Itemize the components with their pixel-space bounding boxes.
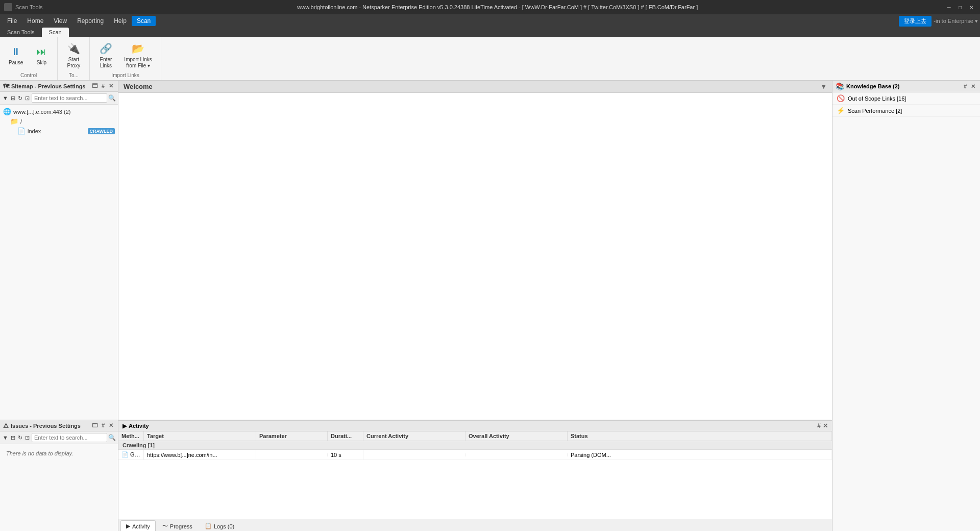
tab-activity[interactable]: ▶ Activity — [120, 520, 156, 531]
right-panel: 📚 Knowledge Base (2) # ✕ 🚫 Out of Scope … — [832, 81, 980, 531]
issues-expand-button[interactable]: ⊞ — [10, 432, 16, 443]
activity-icon: ▶ — [122, 423, 127, 429]
maximize-button[interactable]: □ — [955, 3, 965, 12]
proxy-icon: 🔌 — [66, 41, 81, 56]
skip-button[interactable]: ⏭ Skip — [30, 41, 53, 69]
pause-button[interactable]: ⏸ Pause — [4, 41, 28, 69]
menu-reporting[interactable]: Reporting — [72, 16, 109, 26]
welcome-body — [118, 93, 832, 420]
col-header-target: Target — [144, 431, 256, 441]
tab-logs[interactable]: 📋 Logs (0) — [199, 520, 240, 531]
sitemap-search-icon[interactable]: 🔍 — [108, 93, 116, 103]
cell-status: Parsing (DOM... — [568, 450, 832, 460]
welcome-header: Welcome ▼ — [118, 81, 832, 93]
enter-links-button[interactable]: 🔗 EnterLinks — [94, 39, 117, 71]
sitemap-refresh-button[interactable]: ↻ — [17, 93, 23, 103]
sitemap-filter-button[interactable]: ▼ — [2, 93, 9, 103]
ribbon-tabs: Scan Tools Scan — [0, 28, 980, 37]
activity-close-button[interactable]: ✕ — [823, 422, 828, 429]
issues-options-button[interactable]: ⊡ — [24, 432, 31, 443]
sitemap-search-input[interactable] — [32, 93, 107, 103]
welcome-collapse-button[interactable]: ▼ — [820, 83, 827, 90]
ribbon-section-proxy: 🔌 StartProxy To... — [58, 37, 90, 80]
tree-folder-label: / — [20, 118, 115, 125]
issues-search-input[interactable] — [32, 433, 107, 442]
tree-item-index[interactable]: 📄 index CRAWLED — [0, 126, 118, 136]
row-file-icon: 📄 — [121, 451, 129, 457]
sitemap-pin-button[interactable]: # — [100, 82, 106, 90]
issues-search-icon[interactable]: 🔍 — [108, 433, 116, 442]
tree-item-root[interactable]: 🌐 www.[...].e.com:443 (2) — [0, 107, 118, 116]
issues-refresh-button[interactable]: ↻ — [17, 432, 23, 443]
globe-icon: 🌐 — [3, 108, 11, 115]
menu-home[interactable]: Home — [22, 16, 48, 26]
file-icon: 📄 — [17, 127, 26, 135]
cell-parameter — [256, 453, 328, 456]
tab-progress[interactable]: 〜 Progress — [157, 520, 198, 531]
sitemap-panel-header: 🗺 Sitemap - Previous Settings 🗔 # ✕ — [0, 81, 118, 92]
kb-title-text: Knowledge Base (2) — [846, 83, 900, 89]
menu-view[interactable]: View — [48, 16, 72, 26]
issues-content: There is no data to display. — [0, 444, 118, 531]
issues-pin-button[interactable]: # — [100, 422, 106, 429]
table-header: Meth... Target Parameter Durati... Curre… — [118, 431, 832, 441]
kb-pin-button[interactable]: # — [962, 83, 968, 90]
control-label: Control — [20, 71, 37, 78]
activity-panel: ▶ Activity # ✕ Meth... Target Parameter … — [118, 420, 832, 531]
kb-scan-performance-label: Scan Performance [2] — [848, 108, 902, 114]
minimize-button[interactable]: ─ — [944, 3, 953, 12]
sitemap-restore-button[interactable]: 🗔 — [90, 82, 99, 90]
main-content: Welcome ▼ ▶ Activity # ✕ Meth... Target … — [118, 81, 832, 531]
col-header-status: Status — [568, 431, 832, 441]
table-row[interactable]: 📄 GET https://www.b[...]ne.com/in... 10 … — [118, 450, 832, 460]
activity-tab-label: Activity — [132, 523, 150, 529]
issues-close-button[interactable]: ✕ — [107, 422, 115, 429]
window-title: www.brightoilonline.com - Netsparker Ent… — [51, 4, 944, 10]
progress-tab-icon: 〜 — [162, 522, 168, 530]
no-data-message: There is no data to display. — [2, 446, 116, 461]
kb-item-scan-performance[interactable]: ⚡ Scan Performance [2] — [832, 105, 980, 117]
sitemap-close-button[interactable]: ✕ — [107, 82, 115, 90]
kb-item-out-of-scope[interactable]: 🚫 Out of Scope Links [16] — [832, 92, 980, 105]
cell-current — [363, 453, 465, 456]
sitemap-expand-button[interactable]: ⊞ — [10, 93, 16, 103]
welcome-title: Welcome — [124, 83, 153, 90]
import-links-button[interactable]: 📂 Import Linksfrom File ▾ — [119, 39, 156, 71]
tab-scan[interactable]: Scan — [42, 28, 69, 37]
out-of-scope-icon: 🚫 — [837, 94, 845, 102]
pause-label: Pause — [9, 60, 23, 66]
close-button[interactable]: ✕ — [967, 3, 976, 12]
issues-icon: ⚠ — [3, 422, 9, 429]
ribbon-section-control: ⏸ Pause ⏭ Skip Control — [0, 37, 58, 80]
logs-tab-icon: 📋 — [205, 523, 212, 529]
menu-scan[interactable]: Scan — [132, 16, 156, 26]
tree-item-folder[interactable]: 📁 / — [0, 116, 118, 126]
left-panel: 🗺 Sitemap - Previous Settings 🗔 # ✕ ▼ ⊞ … — [0, 81, 118, 531]
sitemap-panel: 🗺 Sitemap - Previous Settings 🗔 # ✕ ▼ ⊞ … — [0, 81, 118, 420]
menu-file[interactable]: File — [2, 16, 22, 26]
menu-help[interactable]: Help — [109, 16, 132, 26]
kb-icon: 📚 — [836, 82, 844, 90]
signin-button[interactable]: 登录上去 — [899, 16, 932, 27]
kb-out-of-scope-label: Out of Scope Links [16] — [848, 95, 906, 102]
sitemap-toolbar: ▼ ⊞ ↻ ⊡ 🔍 — [0, 92, 118, 105]
titlebar: Scan Tools www.brightoilonline.com - Net… — [0, 0, 980, 14]
crawling-group-header: Crawling [1] — [118, 441, 832, 450]
kb-close-button[interactable]: ✕ — [969, 83, 977, 90]
ribbon-tab-scan-tools: Scan Tools — [15, 4, 43, 10]
issues-title: Issues - Previous Settings — [11, 423, 90, 429]
issues-restore-button[interactable]: 🗔 — [90, 422, 99, 429]
import-links-label: Import Linksfrom File ▾ — [124, 57, 152, 69]
sitemap-icon: 🗺 — [3, 83, 9, 90]
tab-scan-tools[interactable]: Scan Tools — [0, 28, 42, 37]
scan-performance-icon: ⚡ — [837, 107, 845, 114]
start-proxy-button[interactable]: 🔌 StartProxy — [62, 39, 85, 71]
activity-pin-button[interactable]: # — [817, 422, 821, 429]
skip-icon: ⏭ — [34, 44, 48, 59]
issues-panel: ⚠ Issues - Previous Settings 🗔 # ✕ ▼ ⊞ ↻… — [0, 420, 118, 531]
issues-filter-button[interactable]: ▼ — [2, 432, 9, 443]
toolbar: ⏸ Pause ⏭ Skip Control 🔌 StartProxy To..… — [0, 37, 980, 81]
kb-items: 🚫 Out of Scope Links [16] ⚡ Scan Perform… — [832, 92, 980, 117]
sitemap-options-button[interactable]: ⊡ — [24, 93, 31, 103]
activity-title: Activity — [129, 423, 149, 429]
